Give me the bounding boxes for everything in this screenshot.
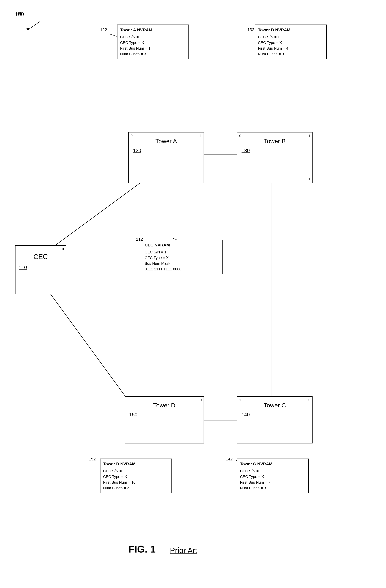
tower-a-corner-right: 1 xyxy=(200,134,202,138)
tower-c-corner-left: 1 xyxy=(239,398,241,402)
tower-a-nvram-line4: Num Buses = 3 xyxy=(120,51,186,57)
tower-a-nvram-title: Tower A NVRAM xyxy=(120,27,186,33)
ref-100-label: 100 xyxy=(15,11,24,17)
ref-132: 132 xyxy=(247,27,254,32)
tower-c-label: Tower C xyxy=(240,402,310,409)
tower-d-nvram-line1: CEC S/N = 1 xyxy=(103,468,169,474)
cec-nvram-title: CEC NVRAM xyxy=(145,242,220,248)
tower-c-nvram-line2: CEC Type = X xyxy=(240,474,306,480)
tower-c-corner-top: 0 xyxy=(308,398,310,402)
tower-c-nvram-line3: First Bus Num = 7 xyxy=(240,480,306,485)
tower-c-nvram-box: Tower C NVRAM CEC S/N = 1 CEC Type = X F… xyxy=(237,459,309,493)
tower-a-nvram-line1: CEC S/N = 1 xyxy=(120,34,186,40)
tower-d-nvram-line3: First Bus Num = 10 xyxy=(103,480,169,485)
tower-c-id: 140 xyxy=(242,412,310,418)
tower-d-nvram-line2: CEC Type = X xyxy=(103,474,169,480)
prior-art-label: Prior Art xyxy=(170,546,197,555)
tower-d-nvram-line4: Num Buses = 2 xyxy=(103,485,169,491)
tower-b-nvram-line2: CEC Type = X xyxy=(258,40,324,45)
tower-a-corner-left: 0 xyxy=(131,134,133,138)
tower-a-box: 0 Tower A 120 1 xyxy=(128,132,204,183)
cec-nvram-box: CEC NVRAM CEC S/N = 1 CEC Type = X Bus N… xyxy=(142,240,223,274)
tower-a-id: 120 xyxy=(133,147,201,153)
svg-line-3 xyxy=(43,283,132,406)
tower-b-bottom-right: 1 xyxy=(308,177,310,181)
tower-b-nvram-line3: First Bus Num = 4 xyxy=(258,45,324,51)
tower-b-nvram-title: Tower B NVRAM xyxy=(258,27,324,33)
tower-c-nvram-line1: CEC S/N = 1 xyxy=(240,468,306,474)
cec-label: CEC xyxy=(18,253,64,261)
ref-152: 152 xyxy=(89,457,96,462)
svg-line-0 xyxy=(27,22,40,30)
tower-c-nvram-title: Tower C NVRAM xyxy=(240,461,306,467)
tower-a-nvram-box: Tower A NVRAM CEC S/N = 1 CEC Type = X F… xyxy=(117,24,189,59)
tower-d-corner-left: 1 xyxy=(127,398,129,402)
tower-d-id: 150 xyxy=(129,412,201,418)
svg-line-2 xyxy=(43,181,143,255)
tower-b-box: 0 Tower B 130 1 1 xyxy=(237,132,313,183)
tower-c-nvram-line4: Num Buses = 3 xyxy=(240,485,306,491)
tower-b-corner-left: 0 xyxy=(239,134,241,138)
cec-nvram-line2: CEC Type = X xyxy=(145,255,220,261)
tower-d-corner-right: 0 xyxy=(200,398,202,402)
ref-112: 112 xyxy=(136,237,143,242)
tower-a-label: Tower A xyxy=(131,138,201,145)
ref-122: 122 xyxy=(100,27,107,32)
tower-b-id: 130 xyxy=(242,147,310,153)
tower-b-nvram-box: Tower B NVRAM CEC S/N = 1 CEC Type = X F… xyxy=(255,24,327,59)
cec-nvram-line3: Bus Num Mask = xyxy=(145,261,220,266)
tower-b-nvram-line1: CEC S/N = 1 xyxy=(258,34,324,40)
tower-d-nvram-box: Tower D NVRAM CEC S/N = 1 CEC Type = X F… xyxy=(100,459,172,493)
tower-b-corner-right: 1 xyxy=(308,134,310,138)
tower-d-box: 1 Tower D 150 0 xyxy=(125,396,204,443)
cec-nvram-line1: CEC S/N = 1 xyxy=(145,249,220,255)
tower-b-nvram-line4: Num Buses = 3 xyxy=(258,51,324,57)
tower-d-label: Tower D xyxy=(127,402,201,409)
cec-corner-top: 0 xyxy=(62,247,64,251)
cec-id: 110 xyxy=(19,265,27,270)
ref-142: 142 xyxy=(226,457,233,462)
svg-marker-1 xyxy=(26,28,29,30)
tower-a-nvram-line3: First Bus Num = 1 xyxy=(120,45,186,51)
cec-nvram-line4: 0111 1111 1111 0000 xyxy=(145,266,220,272)
fig-label: FIG. 1 xyxy=(128,544,156,555)
tower-d-nvram-title: Tower D NVRAM xyxy=(103,461,169,467)
cec-box: 0 CEC 110 1 xyxy=(15,245,66,294)
tower-a-nvram-line2: CEC Type = X xyxy=(120,40,186,45)
cec-corner-bottom: 1 xyxy=(32,265,34,270)
tower-b-label: Tower B xyxy=(240,138,310,145)
tower-c-box: 0 Tower C 140 1 xyxy=(237,396,313,443)
